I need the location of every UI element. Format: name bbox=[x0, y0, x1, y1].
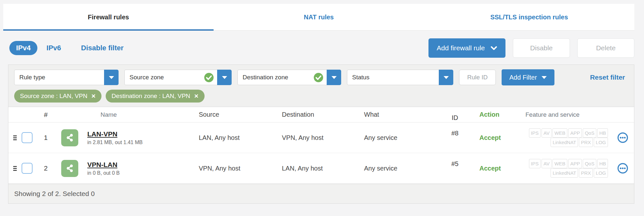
disable-filter-link[interactable]: Disable filter bbox=[81, 44, 124, 52]
chip-source-zone-label: Source zone : LAN, VPN bbox=[20, 93, 87, 100]
badge-qos: QoS bbox=[583, 128, 596, 138]
add-firewall-rule-button[interactable]: Add firewall rule bbox=[428, 38, 505, 58]
header-feature-and-service: Feature and service bbox=[514, 111, 611, 118]
row-menu-ellipsis-icon[interactable] bbox=[617, 163, 628, 174]
destination-zone-label: Destination zone bbox=[243, 74, 311, 81]
tab-nat-rules[interactable]: NAT rules bbox=[214, 4, 424, 30]
badge-qos: QoS bbox=[583, 159, 596, 168]
badge-web: WEB bbox=[553, 128, 567, 138]
drag-handle-icon[interactable] bbox=[8, 135, 18, 140]
ipv6-toggle[interactable]: IPv6 bbox=[46, 44, 61, 52]
header-what: What bbox=[360, 111, 440, 118]
cell-action: Accept bbox=[469, 165, 514, 172]
cell-what: Any service bbox=[360, 134, 440, 142]
rule-traffic-stats: in 2.81 MB, out 1.41 MB bbox=[87, 140, 143, 145]
chip-destination-zone[interactable]: Destination zone : LAN, VPN ✕ bbox=[106, 90, 204, 103]
badge-av: AV bbox=[542, 128, 552, 138]
header-id: ID bbox=[440, 107, 469, 122]
disable-button[interactable]: Disable bbox=[513, 38, 570, 58]
cell-destination: VPN, Any host bbox=[276, 134, 360, 142]
rule-tabs: Firewall rules NAT rules SSL/TLS inspect… bbox=[3, 4, 634, 31]
rule-id-input[interactable] bbox=[459, 70, 496, 85]
tab-firewall-rules[interactable]: Firewall rules bbox=[3, 4, 214, 30]
chevron-down-icon bbox=[491, 46, 497, 50]
feature-badges: IPSAVWEBAPPQoSHB LinkedNATPRXLOG bbox=[514, 159, 611, 178]
cell-rule-id: #5 bbox=[440, 153, 469, 168]
chevron-down-icon bbox=[542, 76, 547, 79]
destination-zone-dropdown-button[interactable] bbox=[327, 70, 341, 85]
row-number: 1 bbox=[36, 134, 55, 142]
share-network-icon[interactable] bbox=[61, 160, 78, 177]
reset-filter-link[interactable]: Reset filter bbox=[590, 74, 625, 81]
badge-av: AV bbox=[542, 159, 552, 168]
badge-linkednat: LinkedNAT bbox=[551, 168, 578, 178]
remove-chip-icon[interactable]: ✕ bbox=[194, 93, 198, 100]
row-menu-ellipsis-icon[interactable] bbox=[617, 132, 628, 143]
ipv4-toggle[interactable]: IPv4 bbox=[9, 41, 37, 55]
table-row: 2 VPN-LAN in 0 B, out 0 B VPN, Any host … bbox=[8, 153, 634, 184]
rule-traffic-stats: in 0 B, out 0 B bbox=[87, 170, 120, 176]
drag-handle-icon[interactable] bbox=[8, 166, 18, 171]
source-zone-label: Source zone bbox=[130, 74, 201, 81]
rule-name-link[interactable]: LAN-VPN bbox=[87, 130, 117, 138]
badge-log: LOG bbox=[594, 138, 608, 147]
chip-destination-zone-label: Destination zone : LAN, VPN bbox=[111, 93, 190, 100]
badge-ips: IPS bbox=[529, 128, 541, 138]
rule-type-field[interactable]: Rule type bbox=[14, 70, 104, 85]
source-zone-dropdown-button[interactable] bbox=[217, 70, 232, 85]
badge-hb: HB bbox=[597, 128, 608, 138]
chevron-down-icon bbox=[109, 76, 114, 79]
source-zone-dropdown[interactable]: Source zone bbox=[124, 70, 232, 85]
badge-ips: IPS bbox=[529, 159, 541, 168]
row-checkbox[interactable] bbox=[22, 132, 33, 143]
add-filter-button[interactable]: Add Filter bbox=[502, 69, 554, 85]
toolbar: IPv4 IPv6 Disable filter Add firewall ru… bbox=[0, 38, 644, 58]
active-filter-chips: Source zone : LAN, VPN ✕ Destination zon… bbox=[14, 90, 628, 103]
cell-rule-id: #8 bbox=[440, 123, 469, 137]
chevron-down-icon bbox=[444, 76, 449, 79]
destination-zone-field[interactable]: Destination zone bbox=[237, 70, 327, 85]
check-circle-icon bbox=[204, 73, 214, 83]
status-dropdown[interactable]: Status bbox=[347, 70, 453, 85]
badge-app: APP bbox=[568, 128, 582, 138]
add-firewall-rule-label: Add firewall rule bbox=[437, 44, 485, 52]
firewall-rules-panel: Rule type Source zone bbox=[8, 64, 634, 204]
status-label: Status bbox=[352, 74, 436, 81]
cell-source: LAN, Any host bbox=[189, 134, 276, 142]
tab-ssl-tls-inspection-rules[interactable]: SSL/TLS inspection rules bbox=[424, 4, 634, 30]
header-destination: Destination bbox=[276, 111, 360, 118]
add-filter-label: Add Filter bbox=[509, 74, 537, 81]
delete-button[interactable]: Delete bbox=[577, 38, 634, 58]
badge-log: LOG bbox=[594, 168, 608, 178]
rule-type-dropdown[interactable]: Rule type bbox=[14, 70, 119, 85]
table-row: 1 LAN-VPN in 2.81 MB, out 1.41 MB LAN, A… bbox=[8, 123, 634, 153]
header-name: Name bbox=[55, 111, 189, 118]
badge-linkednat: LinkedNAT bbox=[551, 138, 578, 147]
destination-zone-dropdown[interactable]: Destination zone bbox=[237, 70, 341, 85]
badge-hb: HB bbox=[597, 159, 608, 168]
check-circle-icon bbox=[313, 73, 323, 83]
badge-web: WEB bbox=[553, 159, 567, 168]
rule-name-link[interactable]: VPN-LAN bbox=[87, 161, 117, 169]
table-footer: Showing 2 of 2. Selected 0 bbox=[8, 184, 634, 203]
row-number: 2 bbox=[36, 164, 55, 172]
rule-type-label: Rule type bbox=[19, 74, 101, 81]
status-field[interactable]: Status bbox=[347, 70, 439, 85]
share-network-icon[interactable] bbox=[61, 129, 78, 146]
status-dropdown-button[interactable] bbox=[439, 70, 453, 85]
table-header-row: # Name Source Destination What ID Action… bbox=[8, 107, 634, 123]
row-checkbox[interactable] bbox=[22, 163, 33, 174]
cell-source: VPN, Any host bbox=[189, 165, 276, 172]
feature-badges: IPSAVWEBAPPQoSHB LinkedNATPRXLOG bbox=[514, 128, 611, 147]
rule-type-dropdown-button[interactable] bbox=[104, 70, 119, 85]
chip-source-zone[interactable]: Source zone : LAN, VPN ✕ bbox=[14, 90, 101, 103]
badge-prx: PRX bbox=[579, 168, 593, 178]
cell-action: Accept bbox=[469, 134, 514, 142]
remove-chip-icon[interactable]: ✕ bbox=[91, 93, 96, 100]
header-source: Source bbox=[189, 111, 276, 118]
badge-prx: PRX bbox=[579, 138, 593, 147]
cell-what: Any service bbox=[360, 165, 440, 172]
header-action: Action bbox=[469, 111, 514, 118]
source-zone-field[interactable]: Source zone bbox=[124, 70, 217, 85]
filter-area: Rule type Source zone bbox=[8, 65, 634, 107]
